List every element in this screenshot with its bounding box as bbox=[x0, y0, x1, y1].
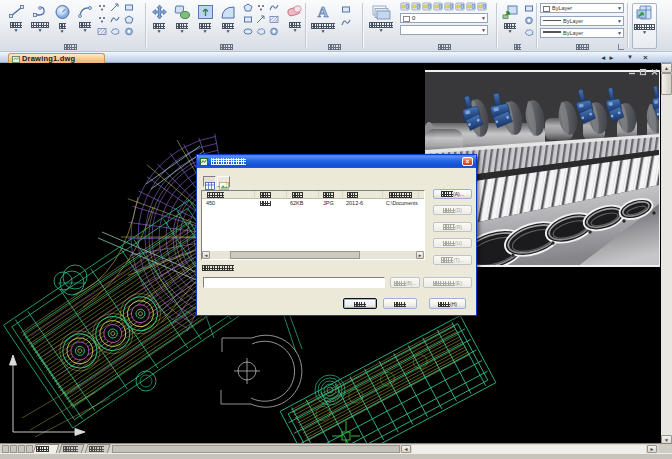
svg-text:A: A bbox=[318, 4, 329, 20]
